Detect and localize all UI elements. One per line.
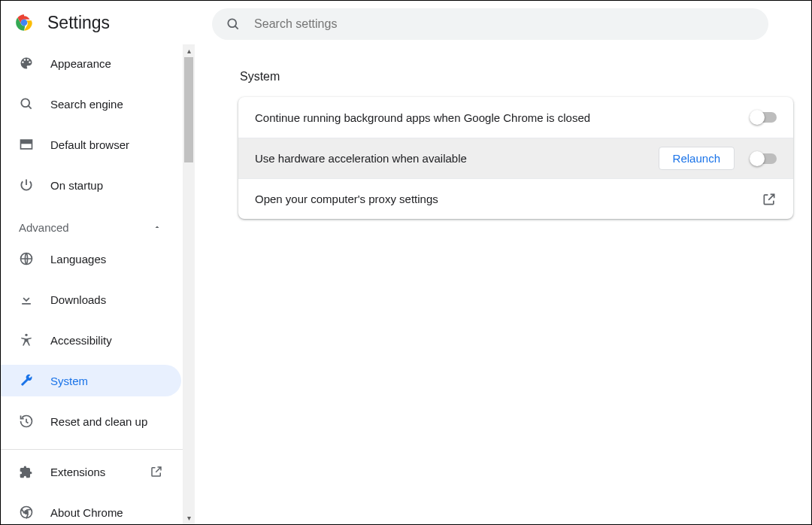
- accessibility-icon: [19, 332, 34, 347]
- search-input[interactable]: [254, 17, 755, 31]
- globe-icon: [19, 251, 34, 266]
- sidebar-item-about[interactable]: About Chrome: [1, 496, 181, 524]
- power-icon: [19, 178, 34, 193]
- sidebar-item-label: Appearance: [50, 57, 111, 70]
- sidebar-item-extensions[interactable]: Extensions: [1, 456, 181, 487]
- row-hardware-acceleration: Use hardware acceleration when available…: [238, 138, 793, 178]
- sidebar-item-on-startup[interactable]: On startup: [1, 169, 181, 201]
- external-link-icon: [762, 192, 777, 207]
- sidebar-item-label: Languages: [50, 253, 106, 266]
- svg-point-2: [22, 20, 27, 26]
- sidebar-item-label: Search engine: [50, 98, 123, 111]
- row-label: Use hardware acceleration when available: [255, 152, 659, 165]
- relaunch-button[interactable]: Relaunch: [659, 147, 735, 170]
- sidebar-item-appearance[interactable]: Appearance: [1, 47, 181, 79]
- sidebar-section-advanced[interactable]: Advanced: [1, 211, 195, 243]
- scrollbar[interactable]: ▴ ▾: [183, 44, 195, 524]
- advanced-label: Advanced: [19, 221, 69, 234]
- wrench-icon: [19, 373, 34, 388]
- sidebar-item-label: Accessibility: [50, 334, 112, 347]
- page-title: Settings: [47, 13, 110, 33]
- extension-icon: [19, 464, 34, 479]
- toggle-hardware-acceleration[interactable]: [751, 153, 777, 164]
- sidebar-item-languages[interactable]: Languages: [1, 243, 181, 275]
- main-content: System Continue running background apps …: [195, 44, 811, 524]
- palette-icon: [19, 56, 34, 71]
- scroll-down-icon[interactable]: ▾: [183, 511, 195, 524]
- divider: [1, 449, 186, 450]
- sidebar-item-label: System: [50, 375, 88, 387]
- restore-icon: [19, 414, 34, 429]
- svg-point-5: [21, 99, 29, 107]
- scrollbar-thumb[interactable]: [184, 57, 193, 162]
- scroll-up-icon[interactable]: ▴: [183, 44, 195, 57]
- chevron-up-icon: [153, 221, 162, 234]
- sidebar-item-accessibility[interactable]: Accessibility: [1, 324, 181, 356]
- search-icon: [19, 96, 34, 111]
- toggle-background-apps[interactable]: [751, 112, 777, 123]
- sidebar-item-label: On startup: [50, 179, 103, 192]
- chrome-logo-icon: [14, 13, 34, 32]
- sidebar-item-system[interactable]: System: [1, 365, 181, 396]
- svg-point-3: [228, 19, 236, 27]
- row-background-apps: Continue running background apps when Go…: [238, 97, 793, 138]
- svg-line-6: [29, 106, 32, 109]
- sidebar-item-downloads[interactable]: Downloads: [1, 284, 181, 315]
- toggle-knob: [750, 151, 765, 166]
- sidebar-item-label: Reset and clean up: [50, 415, 147, 428]
- section-title: System: [240, 70, 793, 83]
- sidebar-item-search-engine[interactable]: Search engine: [1, 88, 181, 120]
- external-link-icon: [150, 465, 163, 478]
- row-label: Open your computer's proxy settings: [255, 193, 762, 205]
- sidebar-item-label: About Chrome: [50, 506, 123, 519]
- settings-card: Continue running background apps when Go…: [238, 97, 793, 219]
- svg-line-4: [235, 26, 238, 29]
- chrome-gray-icon: [19, 505, 34, 520]
- row-proxy-settings[interactable]: Open your computer's proxy settings: [238, 178, 793, 219]
- sidebar-item-reset[interactable]: Reset and clean up: [1, 405, 181, 437]
- sidebar-item-label: Default browser: [50, 138, 129, 151]
- sidebar-item-label: Downloads: [50, 293, 106, 306]
- toggle-knob: [750, 110, 765, 125]
- sidebar-item-label: Extensions: [50, 466, 105, 478]
- download-icon: [19, 292, 34, 307]
- svg-point-9: [25, 334, 27, 336]
- sidebar: Appearance Search engine Default browser…: [1, 44, 195, 524]
- svg-rect-7: [21, 140, 32, 142]
- browser-icon: [19, 137, 34, 152]
- search-bar[interactable]: [212, 8, 768, 40]
- search-icon: [226, 17, 241, 32]
- row-label: Continue running background apps when Go…: [255, 111, 751, 124]
- sidebar-item-default-browser[interactable]: Default browser: [1, 129, 181, 160]
